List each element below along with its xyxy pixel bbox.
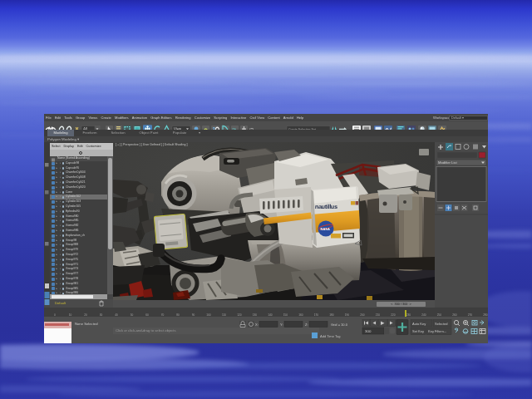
svg-text:Y:: Y: [280, 323, 283, 327]
svg-text:300: 300 [365, 329, 372, 333]
svg-text:Selected: Selected [435, 322, 448, 326]
svg-text:Set Key: Set Key [412, 329, 424, 333]
svg-text:Add Time Tag: Add Time Tag [320, 334, 340, 338]
svg-text:Auto Key: Auto Key [412, 322, 426, 326]
svg-text:Grid = 10.0: Grid = 10.0 [331, 323, 348, 327]
svg-text:Modifier List: Modifier List [438, 160, 457, 165]
svg-text:Z:: Z: [305, 323, 308, 327]
svg-text:X:: X: [255, 323, 259, 327]
svg-text:NASA: NASA [321, 227, 330, 231]
svg-text:nautillus: nautillus [315, 203, 338, 210]
svg-text:Key Filters...: Key Filters... [428, 329, 446, 333]
